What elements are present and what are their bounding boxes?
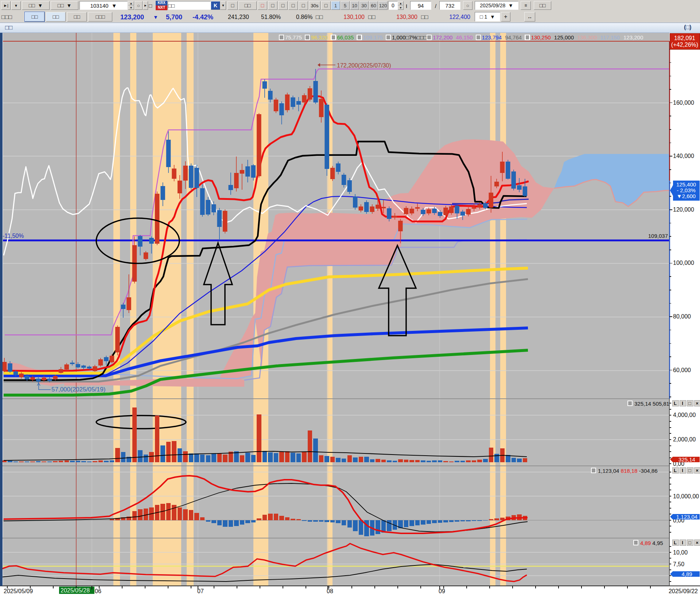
svg-text:06: 06: [95, 588, 101, 594]
svg-text:109,037: 109,037: [648, 233, 668, 239]
svg-text:325,14: 325,14: [678, 456, 695, 463]
svg-text:×: ×: [696, 468, 699, 473]
svg-text:130,250: 130,250: [531, 34, 551, 40]
svg-text:172,200(2025/07/30): 172,200(2025/07/30): [337, 62, 391, 69]
svg-text:109,175: 109,175: [363, 34, 383, 40]
svg-text:57,000(2025/05/19): 57,000(2025/05/19): [51, 386, 105, 393]
svg-text:2,000,00: 2,000,00: [673, 436, 696, 443]
svg-text:×: ×: [696, 401, 699, 406]
svg-text:123,794: 123,794: [482, 34, 502, 40]
svg-text:I: I: [682, 468, 683, 473]
svg-text:10,00: 10,00: [673, 549, 688, 556]
svg-text:46,150: 46,150: [456, 34, 473, 40]
svg-text:1,000□7%□□□: 1,000□7%□□□: [392, 34, 427, 40]
svg-text:75,775: 75,775: [285, 34, 302, 40]
svg-text:□: □: [688, 540, 691, 545]
svg-text:□: □: [688, 401, 691, 406]
svg-text:100,000: 100,000: [673, 260, 694, 266]
svg-text:172,200: 172,200: [433, 34, 452, 40]
svg-text:I: I: [682, 401, 683, 406]
svg-text:136,300: 136,300: [577, 34, 597, 40]
svg-text:182,091: 182,091: [674, 35, 695, 41]
svg-text:2025/05/28: 2025/05/28: [61, 587, 90, 594]
svg-text:160,000: 160,000: [673, 100, 694, 106]
svg-text:□: □: [688, 468, 691, 473]
svg-text:L: L: [674, 540, 677, 545]
svg-text:125,000: 125,000: [554, 34, 574, 40]
svg-text:- 2,03%: - 2,03%: [677, 187, 696, 193]
svg-text:1,123,04 818,18 -304,86: 1,123,04 818,18 -304,86: [598, 468, 658, 474]
svg-text:2025/09/22: 2025/09/22: [669, 588, 698, 594]
svg-text:325,14 505,81: 325,14 505,81: [634, 401, 669, 407]
svg-text:▼2,600: ▼2,600: [677, 193, 696, 199]
svg-text:60,000: 60,000: [673, 367, 691, 373]
svg-text:117,150: 117,150: [600, 34, 620, 40]
svg-text:-11,50%: -11,50%: [3, 233, 24, 239]
svg-text:4,89: 4,89: [681, 571, 692, 577]
svg-text:1,123,04: 1,123,04: [676, 514, 697, 520]
svg-text:140,000: 140,000: [673, 153, 694, 159]
svg-text:4,89 4,95: 4,89 4,95: [640, 540, 663, 546]
svg-text:L: L: [674, 468, 677, 473]
svg-text:123,200: 123,200: [623, 34, 643, 40]
svg-text:I: I: [682, 540, 683, 545]
svg-text:(+42,26%): (+42,26%): [671, 42, 698, 48]
svg-text:125,400: 125,400: [676, 181, 696, 188]
svg-text:120,000: 120,000: [673, 206, 694, 213]
svg-text:66,035: 66,035: [337, 34, 354, 40]
svg-text:10,000,00: 10,000,00: [673, 493, 699, 499]
svg-text:×: ×: [696, 540, 699, 545]
svg-text:94,764: 94,764: [505, 34, 522, 40]
svg-text:L: L: [674, 401, 677, 406]
svg-text:2025/05/09: 2025/05/09: [4, 588, 33, 594]
svg-text:7,50: 7,50: [673, 561, 684, 567]
svg-text:96,320: 96,320: [311, 34, 328, 40]
svg-text:80,000: 80,000: [673, 313, 691, 320]
svg-text:4,000,00: 4,000,00: [673, 412, 696, 418]
